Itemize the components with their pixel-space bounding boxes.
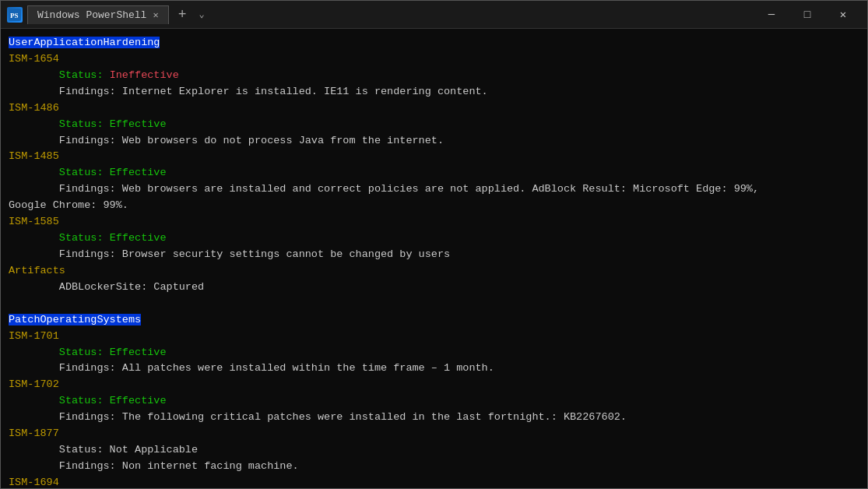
terminal-line: Artifacts: [9, 263, 859, 280]
terminal-line: ISM-1694: [9, 475, 859, 488]
terminal-line: ISM-1702: [9, 377, 859, 393]
window-controls: ─ □ ✕: [754, 3, 861, 26]
terminal-line: Status: Effective: [9, 165, 859, 181]
terminal-line: Status: Effective: [9, 393, 859, 410]
terminal-line: Status: Effective: [9, 230, 859, 247]
tab-label: Windows PowerShell: [37, 9, 146, 21]
terminal-line: ISM-1485: [9, 149, 859, 165]
powershell-tab[interactable]: Windows PowerShell ✕: [27, 5, 169, 24]
terminal-line: Status: Effective: [9, 345, 859, 361]
terminal-line: ISM-1654: [9, 51, 859, 68]
maximize-button[interactable]: □: [789, 3, 825, 26]
terminal-line: Findings: All patches were installed wit…: [9, 361, 859, 377]
terminal-line: Status: Ineffective: [9, 68, 859, 84]
titlebar-left: PS Windows PowerShell ✕ + ⌄: [7, 5, 754, 24]
tab-dropdown-icon[interactable]: ⌄: [195, 9, 207, 20]
terminal-line: UserApplicationHardening: [9, 35, 859, 51]
tab-close-icon[interactable]: ✕: [153, 9, 158, 21]
terminal-line: Findings: Non internet facing machine.: [9, 459, 859, 475]
close-button[interactable]: ✕: [825, 3, 861, 26]
terminal-line: ISM-1877: [9, 426, 859, 442]
terminal-line: Findings: Web browsers do not process Ja…: [9, 133, 859, 150]
terminal-line: Findings: Browser security settings cann…: [9, 247, 859, 263]
svg-text:PS: PS: [10, 12, 19, 19]
terminal-line: Status: Not Applicable: [9, 442, 859, 459]
terminal-line: ISM-1486: [9, 100, 859, 117]
terminal-line: Google Chrome: 99%.: [9, 198, 859, 214]
powershell-icon: PS: [7, 7, 23, 23]
minimize-button[interactable]: ─: [754, 3, 789, 26]
terminal-line: PatchOperatingSystems: [9, 312, 859, 329]
terminal-line: Findings: Internet Explorer is installed…: [9, 84, 859, 100]
terminal-line: ADBLockerSite: Captured: [9, 280, 859, 296]
terminal-line: Status: Effective: [9, 117, 859, 133]
terminal-line: Findings: Web browsers are installed and…: [9, 181, 859, 198]
terminal-line: ISM-1701: [9, 329, 859, 345]
terminal-output: UserApplicationHardeningISM-1654 Status:…: [1, 29, 867, 488]
terminal-line: [9, 296, 859, 312]
titlebar: PS Windows PowerShell ✕ + ⌄ ─ □ ✕: [1, 1, 867, 29]
terminal-line: ISM-1585: [9, 214, 859, 230]
terminal-line: Findings: The following critical patches…: [9, 410, 859, 426]
window: PS Windows PowerShell ✕ + ⌄ ─ □ ✕ UserAp…: [0, 0, 868, 489]
new-tab-button[interactable]: +: [174, 7, 192, 23]
